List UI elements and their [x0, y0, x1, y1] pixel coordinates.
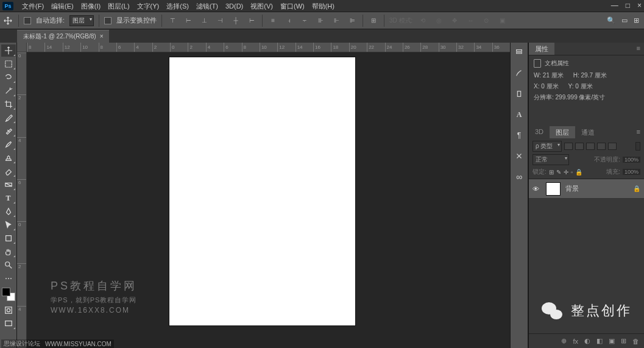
menu-filter[interactable]: 滤镜(T) [193, 0, 222, 12]
document-canvas[interactable] [169, 57, 355, 325]
distribute-icon[interactable]: ⊫ [347, 16, 358, 26]
lock-transparent-icon[interactable]: ⊞ [549, 169, 554, 176]
distribute-icon[interactable]: ⫟ [299, 16, 310, 26]
hand-tool[interactable] [1, 246, 16, 258]
channels-tab[interactable]: 通道 [575, 126, 601, 138]
align-left-icon[interactable]: ⊣ [214, 16, 225, 26]
auto-select-checkbox[interactable] [24, 17, 31, 24]
layer-filter-dropdown[interactable]: ρ 类型 [533, 141, 562, 152]
document-tab[interactable]: 未标题-1 @ 22.7%(RGB/8) × [17, 30, 109, 43]
menu-view[interactable]: 视图(V) [247, 0, 277, 12]
opacity-value[interactable]: 100% [623, 157, 640, 163]
search-icon[interactable]: 🔍 [607, 16, 615, 24]
color-swatch[interactable] [2, 288, 15, 301]
fill-value[interactable]: 100% [623, 169, 640, 175]
filter-pixel-icon[interactable] [564, 143, 573, 150]
pen-tool[interactable] [1, 205, 16, 218]
delete-layer-icon[interactable]: 🗑 [632, 338, 639, 345]
magic-wand-tool[interactable] [1, 85, 16, 97]
workspace-icon[interactable]: ▭ [621, 16, 628, 24]
distribute-icon[interactable]: ≡ [267, 16, 278, 26]
menu-3d[interactable]: 3D(D) [222, 0, 247, 12]
eyedropper-tool[interactable] [1, 112, 16, 124]
vertical-ruler[interactable]: 0246024 [17, 52, 27, 348]
shape-tool[interactable] [1, 232, 16, 244]
path-selection-tool[interactable] [1, 219, 16, 231]
move-tool[interactable] [1, 44, 16, 57]
panel-menu-icon[interactable]: ≡ [633, 126, 644, 138]
layers-tab[interactable]: 图层 [550, 126, 575, 138]
align-right-icon[interactable]: ⊢ [246, 16, 257, 26]
character-panel-icon[interactable]: A [513, 108, 525, 121]
canvas-area[interactable]: 8141210864202468101214161820222426283032… [17, 43, 510, 348]
3d-orbit-icon[interactable]: ⟲ [417, 16, 428, 26]
layer-mask-icon[interactable]: ◐ [584, 337, 590, 345]
lasso-tool[interactable] [1, 71, 16, 83]
tools-preset-icon[interactable] [513, 150, 525, 162]
filter-type-icon[interactable] [586, 143, 595, 150]
menu-select[interactable]: 选择(S) [163, 0, 193, 12]
lock-artboard-icon[interactable]: ▫ [571, 169, 573, 176]
brush-tool[interactable] [1, 138, 16, 151]
filter-toggle[interactable] [635, 142, 640, 151]
distribute-icon[interactable]: ⫞ [283, 16, 294, 26]
align-top-icon[interactable]: ⊤ [167, 16, 178, 26]
lock-image-icon[interactable]: ✎ [556, 169, 561, 176]
align-vcenter-icon[interactable]: ⊢ [183, 16, 194, 26]
layer-fx-icon[interactable]: fx [573, 338, 578, 345]
clone-stamp-tool[interactable] [1, 152, 16, 164]
horizontal-ruler[interactable]: 8141210864202468101214161820222426283032… [27, 43, 510, 52]
edit-toolbar-icon[interactable]: ⋯ [1, 272, 16, 285]
panel-menu-icon[interactable]: ≡ [633, 43, 644, 55]
maximize-button[interactable]: □ [626, 1, 630, 10]
menu-layer[interactable]: 图层(L) [104, 0, 133, 12]
distribute-icon[interactable]: ⊪ [315, 16, 326, 26]
close-button[interactable]: × [637, 1, 642, 10]
paragraph-panel-icon[interactable]: ¶ [513, 129, 525, 141]
properties-tab[interactable]: 属性 [529, 43, 554, 55]
arrange-icon[interactable]: ⊞ [634, 16, 639, 24]
auto-select-dropdown[interactable]: 图层 [69, 15, 94, 26]
3d-camera-icon[interactable]: ▣ [497, 16, 508, 26]
foreground-color[interactable] [2, 288, 10, 296]
tab-close-icon[interactable]: × [100, 33, 104, 40]
visibility-toggle-icon[interactable]: 👁 [533, 185, 541, 193]
3d-pan-icon[interactable]: ✥ [449, 16, 460, 26]
history-panel-icon[interactable] [513, 46, 525, 59]
menu-edit[interactable]: 编辑(E) [48, 0, 77, 12]
menu-help[interactable]: 帮助(H) [308, 0, 338, 12]
lock-all-icon[interactable]: 🔒 [575, 169, 582, 176]
3d-roll-icon[interactable]: ◎ [433, 16, 444, 26]
menu-file[interactable]: 文件(F) [18, 0, 48, 12]
clone-panel-icon[interactable] [513, 88, 525, 100]
marquee-tool[interactable] [1, 58, 16, 70]
move-tool-icon[interactable] [2, 15, 13, 26]
eraser-tool[interactable] [1, 165, 16, 177]
auto-align-icon[interactable]: ⊞ [368, 16, 379, 26]
zoom-tool[interactable] [1, 259, 16, 271]
3d-zoom-icon[interactable]: ⊙ [481, 16, 492, 26]
layer-name[interactable]: 背景 [565, 184, 628, 193]
gradient-tool[interactable] [1, 179, 16, 191]
ruler-origin[interactable] [17, 43, 27, 52]
screen-mode-icon[interactable] [1, 318, 16, 330]
menu-type[interactable]: 文字(Y) [133, 0, 163, 12]
group-layers-icon[interactable]: ▣ [609, 337, 615, 345]
brushes-panel-icon[interactable] [513, 67, 525, 79]
show-transform-checkbox[interactable] [104, 17, 111, 24]
filter-smart-icon[interactable] [608, 143, 617, 150]
crop-tool[interactable] [1, 98, 16, 110]
minimize-button[interactable]: — [611, 1, 618, 10]
menu-window[interactable]: 窗口(W) [277, 0, 308, 12]
layer-thumbnail[interactable] [546, 182, 561, 196]
lock-position-icon[interactable]: ✛ [564, 169, 568, 176]
type-tool[interactable]: T [1, 192, 16, 204]
healing-brush-tool[interactable] [1, 125, 16, 137]
menu-image[interactable]: 图像(I) [77, 0, 104, 12]
quick-mask-icon[interactable] [1, 304, 16, 316]
align-bottom-icon[interactable]: ⊥ [199, 16, 210, 26]
adjustment-layer-icon[interactable]: ◧ [596, 337, 603, 345]
filter-adjust-icon[interactable] [575, 143, 584, 150]
new-layer-icon[interactable]: ⊞ [621, 337, 626, 345]
libraries-panel-icon[interactable]: ∞ [513, 171, 525, 183]
